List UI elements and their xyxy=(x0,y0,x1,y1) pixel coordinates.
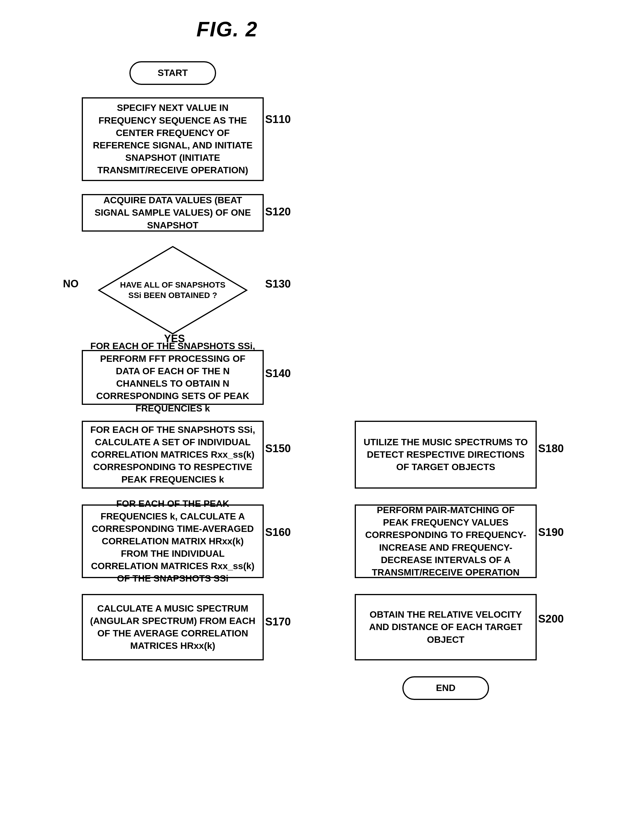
s120-text: ACQUIRE DATA VALUES (BEAT SIGNAL SAMPLE … xyxy=(83,189,263,237)
end-shape: END xyxy=(402,676,489,700)
s140-box: FOR EACH OF THE SNAPSHOTS SSi, PERFORM F… xyxy=(82,350,264,405)
s180-box: UTILIZE THE MUSIC SPECTRUMS TO DETECT RE… xyxy=(355,421,537,489)
s170-box: CALCULATE A MUSIC SPECTRUM (ANGULAR SPEC… xyxy=(82,594,264,660)
s170-text: CALCULATE A MUSIC SPECTRUM (ANGULAR SPEC… xyxy=(83,597,263,657)
s150-label: S150 xyxy=(265,442,291,455)
no-label: NO xyxy=(63,278,78,290)
end-label: END xyxy=(429,676,462,699)
s200-box: OBTAIN THE RELATIVE VELOCITY AND DISTANC… xyxy=(355,594,537,660)
s160-box: FOR EACH OF THE PEAK FREQUENCIES k, CALC… xyxy=(82,504,264,578)
page: FIG. 2 xyxy=(0,0,617,840)
s110-label: S110 xyxy=(265,113,291,125)
s160-label: S160 xyxy=(265,526,291,539)
s190-box: PERFORM PAIR-MATCHING OF PEAK FREQUENCY … xyxy=(355,504,537,578)
s150-box: FOR EACH OF THE SNAPSHOTS SSi, CALCULATE… xyxy=(82,421,264,489)
start-label: START xyxy=(151,62,195,84)
s180-label: S180 xyxy=(538,442,564,455)
s140-label: S140 xyxy=(265,367,291,380)
s180-text: UTILIZE THE MUSIC SPECTRUMS TO DETECT RE… xyxy=(356,431,536,479)
s120-label: S120 xyxy=(265,206,291,218)
s200-label: S200 xyxy=(538,613,564,625)
s130-diamond: HAVE ALL OF SNAPSHOTS SSi BEEN OBTAINED … xyxy=(97,245,248,335)
s160-text: FOR EACH OF THE PEAK FREQUENCIES k, CALC… xyxy=(83,492,263,590)
start-shape: START xyxy=(129,61,216,85)
s170-label: S170 xyxy=(265,616,291,628)
s120-box: ACQUIRE DATA VALUES (BEAT SIGNAL SAMPLE … xyxy=(82,194,264,231)
s200-text: OBTAIN THE RELATIVE VELOCITY AND DISTANC… xyxy=(356,603,536,651)
s190-label: S190 xyxy=(538,526,564,539)
s150-text: FOR EACH OF THE SNAPSHOTS SSi, CALCULATE… xyxy=(83,419,263,491)
s140-text: FOR EACH OF THE SNAPSHOTS SSi, PERFORM F… xyxy=(83,335,263,420)
s110-text: SPECIFY NEXT VALUE IN FREQUENCY SEQUENCE… xyxy=(83,96,263,182)
s130-label: S130 xyxy=(265,278,291,290)
s190-text: PERFORM PAIR-MATCHING OF PEAK FREQUENCY … xyxy=(356,499,536,584)
figure-title: FIG. 2 xyxy=(196,17,594,41)
s110-box: SPECIFY NEXT VALUE IN FREQUENCY SEQUENCE… xyxy=(82,97,264,181)
s130-text: HAVE ALL OF SNAPSHOTS SSi BEEN OBTAINED … xyxy=(97,277,248,304)
